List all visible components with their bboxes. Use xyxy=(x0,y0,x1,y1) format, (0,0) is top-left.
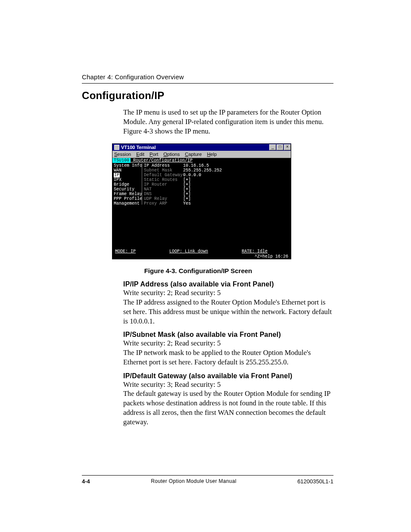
value-ip-address: 10.16.16.5 xyxy=(183,163,209,168)
value-static-routes: [+] xyxy=(183,177,191,182)
value-proxy-arp: Yes xyxy=(183,201,191,206)
setting-static-routes[interactable]: Static Routes xyxy=(144,177,177,182)
menu-capture[interactable]: CaptureCapture xyxy=(185,152,202,157)
setting-nat[interactable]: NAT xyxy=(144,187,152,192)
values-column: 10.16.16.5 255.255.255.252 0.0.0.0 [+] [… xyxy=(183,163,222,206)
nav-item-ip[interactable]: IP xyxy=(114,173,120,177)
nav-item-system-info[interactable]: System Info xyxy=(114,163,142,168)
device-tag: TSU100 xyxy=(112,158,131,163)
status-mode: MODE: IP xyxy=(115,249,136,254)
nav-item-management[interactable]: Management xyxy=(114,201,140,206)
setting-proxy-arp[interactable]: Proxy ARP xyxy=(144,201,167,206)
figure-caption: Figure 4-3. Configuration/IP Screen xyxy=(103,267,293,274)
value-default-gateway: 0.0.0.0 xyxy=(183,173,201,177)
minimize-button[interactable]: _ xyxy=(269,144,276,150)
section-heading-default-gateway: IP/Default Gateway (also available via F… xyxy=(123,372,333,380)
window-titlebar: VT100 Terminal _ □ × xyxy=(112,144,291,151)
section-body-default-gateway: Write security: 3; Read security: 5 The … xyxy=(123,380,333,427)
setting-default-gateway[interactable]: Default Gateway xyxy=(144,173,183,177)
setting-subnet-mask[interactable]: Subnet Mask xyxy=(144,168,172,173)
value-udp-relay: [+] xyxy=(183,196,191,201)
nav-item-ipx[interactable]: IPX xyxy=(114,177,121,182)
app-icon xyxy=(114,145,119,150)
menu-port[interactable]: PortPort xyxy=(149,152,158,157)
footer-right: 61200350L1-1 xyxy=(297,478,333,485)
section-body-subnet-mask: Write security: 2; Read security: 5 The … xyxy=(123,339,333,367)
terminal-window: VT100 Terminal _ □ × SSessionession Edit… xyxy=(112,143,291,259)
terminal-screen: TSU100 Router/Configuration/IP System In… xyxy=(112,158,291,259)
setting-udp-relay[interactable]: UDP Relay xyxy=(144,196,167,201)
setting-dns[interactable]: DNS xyxy=(144,192,152,196)
menu-session[interactable]: SSessionession xyxy=(114,152,131,157)
menu-edit[interactable]: EditEdit xyxy=(136,152,144,157)
page-title: Configuration/IP xyxy=(82,90,333,102)
page-number: 4-4 xyxy=(82,478,90,485)
window-title: VT100 Terminal xyxy=(121,145,269,150)
nav-left-column: System Info WAN IP IPX Bridge Security F… xyxy=(114,163,142,206)
status-line: MODE: IP LOOP: Link down RATE: Idle xyxy=(112,249,291,254)
settings-column: IP Address Subnet Mask Default Gateway S… xyxy=(144,163,183,206)
section-default-gateway: IP/Default Gateway (also available via F… xyxy=(123,372,333,427)
terminal-header-line: TSU100 Router/Configuration/IP xyxy=(112,158,291,163)
section-heading-subnet-mask: IP/Subnet Mask (also available via Front… xyxy=(123,331,333,339)
page-footer: 4-4 Router Option Module User Manual 612… xyxy=(82,475,333,485)
status-rate: RATE: Idle xyxy=(242,249,268,254)
terminal-figure: VT100 Terminal _ □ × SSessionession Edit… xyxy=(112,143,290,259)
intro-paragraph: The IP menu is used to set up the IP par… xyxy=(123,108,333,136)
section-heading-ip-address: IP/IP Address (also available via Front … xyxy=(123,280,333,288)
chapter-header: Chapter 4: Configuration Overview xyxy=(82,73,333,81)
section-body-ip-address: Write security: 2; Read security: 5 The … xyxy=(123,288,333,326)
nav-item-frame-relay[interactable]: Frame Relay xyxy=(114,192,142,196)
value-ip-router: [+] xyxy=(183,182,191,187)
setting-ip-router[interactable]: IP Router xyxy=(144,182,167,187)
status-loop: LOOP: Link down xyxy=(169,249,208,254)
divider-bottom xyxy=(82,475,333,476)
help-hint: ^Z=help 16:26 xyxy=(255,254,288,259)
nav-item-ppp-profile[interactable]: PPP Profile xyxy=(114,196,142,201)
nav-item-wan[interactable]: WAN xyxy=(114,168,121,173)
value-subnet-mask: 255.255.255.252 xyxy=(183,168,222,173)
document-page: Chapter 4: Configuration Overview Config… xyxy=(0,0,411,532)
section-subnet-mask: IP/Subnet Mask (also available via Front… xyxy=(123,331,333,367)
menu-options[interactable]: OptionsOptions xyxy=(163,152,180,157)
nav-item-bridge[interactable]: Bridge xyxy=(114,182,129,187)
nav-item-security[interactable]: Security xyxy=(114,187,134,192)
setting-ip-address[interactable]: IP Address xyxy=(144,163,170,168)
divider-top xyxy=(82,83,333,84)
section-ip-address: IP/IP Address (also available via Front … xyxy=(123,280,333,326)
column-divider xyxy=(142,163,142,205)
footer-center: Router Option Module User Manual xyxy=(151,478,236,485)
menu-help[interactable]: HelpHelp xyxy=(207,152,217,157)
value-nat: [+] xyxy=(183,187,191,192)
menu-bar: SSessionession EditEdit PortPort Options… xyxy=(112,151,291,158)
breadcrumb-path: Router/Configuration/IP xyxy=(131,158,193,163)
value-dns: [+] xyxy=(183,192,191,196)
maximize-button[interactable]: □ xyxy=(277,144,283,150)
close-button[interactable]: × xyxy=(284,144,291,150)
